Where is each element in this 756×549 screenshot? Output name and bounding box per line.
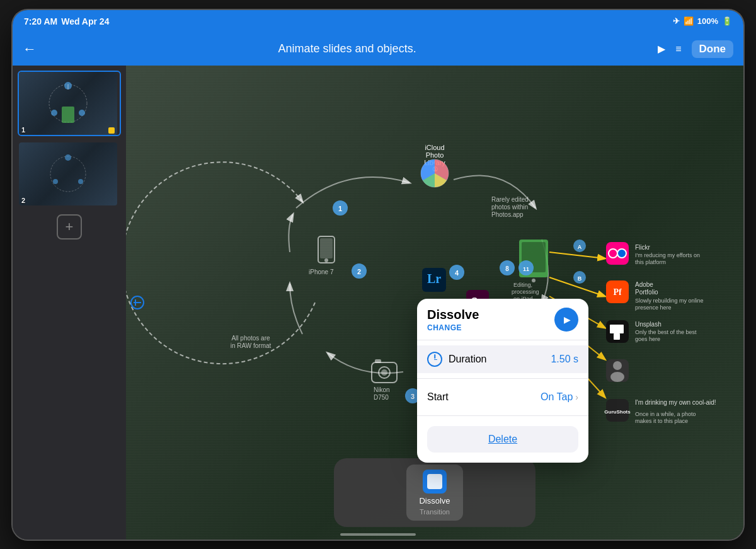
popover-start-label: Start — [427, 391, 449, 403]
svg-text:photos within: photos within — [491, 204, 528, 211]
toolbar-right: ▶ ≡ Done — [658, 40, 733, 58]
svg-point-2 — [79, 110, 85, 116]
slide-thumb-1[interactable]: 1 — [18, 71, 121, 136]
popover-delete-section: Delete — [417, 421, 588, 463]
done-button[interactable]: Done — [692, 40, 734, 58]
svg-rect-48 — [375, 359, 381, 363]
tray-dissolve-inner — [427, 474, 442, 489]
svg-text:11: 11 — [523, 266, 529, 272]
svg-point-6 — [50, 156, 86, 192]
svg-text:Pf: Pf — [613, 287, 622, 297]
svg-text:iPhone 7: iPhone 7 — [309, 269, 334, 275]
svg-rect-4 — [62, 107, 74, 123]
svg-point-47 — [381, 369, 387, 376]
popover-duration-value: 1.50 s — [551, 354, 578, 365]
transition-tray: Dissolve Transition — [334, 458, 536, 527]
airplane-icon: ✈ — [673, 16, 680, 26]
slide-panel: 1 2 + — [13, 66, 126, 540]
svg-rect-22 — [320, 238, 333, 258]
add-slide-button[interactable]: + — [57, 214, 82, 240]
svg-text:processing: processing — [512, 289, 539, 295]
date-display: Wed Apr 24 — [61, 16, 109, 26]
popover-duration-row[interactable]: Duration 1.50 s — [417, 345, 588, 373]
slide-number-2: 2 — [21, 197, 25, 204]
status-bar: 7:20 AM Wed Apr 24 ✈ 📶 100% 🔋 — [13, 10, 743, 33]
popover-divider-1 — [417, 340, 588, 340]
slide-image-1: 1 — [19, 72, 117, 135]
svg-text:Only the best of the best: Only the best of the best — [635, 329, 697, 335]
svg-text:8: 8 — [505, 265, 509, 272]
ipad-frame: 7:20 AM Wed Apr 24 ✈ 📶 100% 🔋 ← Animate … — [13, 10, 743, 540]
svg-text:Unsplash: Unsplash — [635, 321, 662, 328]
timer-icon — [427, 352, 442, 367]
svg-point-7 — [65, 154, 71, 161]
svg-rect-89 — [614, 333, 620, 340]
svg-point-8 — [78, 179, 83, 184]
popover-start-row[interactable]: Start On Tap › — [417, 384, 588, 410]
popover-play-button[interactable] — [554, 308, 578, 332]
svg-text:goes here: goes here — [635, 336, 660, 342]
slide-indicator-1 — [108, 127, 115, 134]
slide-image-2: 2 — [19, 142, 117, 205]
svg-text:2: 2 — [357, 268, 361, 275]
toolbar: ← Animate slides and objects. ▶ ≡ Done — [13, 33, 743, 66]
svg-point-9 — [53, 179, 58, 184]
svg-text:makes it to this place: makes it to this place — [635, 418, 688, 424]
popover-header: Dissolve CHANGE — [417, 299, 588, 335]
svg-text:All photos are: All photos are — [231, 335, 270, 342]
popover-duration-left: Duration — [427, 352, 486, 367]
popover-start-text: On Tap — [541, 391, 573, 403]
popover-divider-3 — [417, 415, 588, 416]
svg-text:GuruShots: GuruShots — [604, 409, 631, 415]
svg-text:Rarely edited: Rarely edited — [491, 196, 529, 203]
svg-point-95 — [610, 372, 624, 382]
svg-line-56 — [549, 252, 605, 258]
svg-point-3 — [51, 110, 57, 116]
svg-text:A: A — [578, 244, 582, 250]
slide-background: iCloud Photo Library ① 1 — [126, 66, 743, 540]
battery-display: 100% — [697, 16, 718, 26]
status-right: ✈ 📶 100% 🔋 — [673, 16, 732, 26]
popover-change-button[interactable]: CHANGE — [427, 323, 479, 332]
wifi-icon: 📶 — [684, 16, 694, 26]
toolbar-left: ← — [23, 41, 37, 57]
svg-point-76 — [609, 249, 617, 258]
toolbar-title: Animate slides and objects. — [278, 42, 416, 55]
popover-header-left: Dissolve CHANGE — [427, 308, 479, 332]
popover-divider-2 — [417, 378, 588, 379]
slide-canvas: iCloud Photo Library ① 1 — [126, 66, 743, 540]
tray-dissolve-icon — [423, 470, 447, 494]
svg-text:3: 3 — [411, 393, 415, 400]
svg-text:D750: D750 — [374, 394, 389, 401]
chevron-right-icon: › — [575, 392, 578, 402]
popover-duration-label: Duration — [449, 354, 486, 365]
tray-dissolve-item[interactable]: Dissolve Transition — [406, 465, 462, 521]
svg-text:Nikon: Nikon — [374, 386, 390, 393]
tray-label-dissolve: Dissolve — [419, 496, 450, 506]
slide-number-1: 1 — [21, 126, 25, 134]
svg-text:Lr: Lr — [427, 272, 441, 286]
svg-text:Adobe: Adobe — [635, 281, 653, 288]
list-button[interactable]: ≡ — [675, 43, 681, 55]
battery-icon: 🔋 — [722, 16, 732, 26]
back-button[interactable]: ← — [23, 41, 37, 57]
time-display: 7:20 AM — [24, 16, 57, 26]
svg-text:Once in a while, a photo: Once in a while, a photo — [635, 411, 696, 417]
bottom-bar: Dissolve Transition — [334, 458, 536, 527]
svg-text:1: 1 — [338, 205, 342, 212]
home-indicator — [340, 533, 416, 536]
svg-text:I'm drinking my own cool-aid!: I'm drinking my own cool-aid! — [635, 399, 716, 406]
svg-rect-88 — [610, 325, 624, 333]
svg-text:Editing,: Editing, — [513, 282, 532, 288]
popover-title: Dissolve — [427, 308, 479, 322]
delete-button[interactable]: Delete — [427, 426, 578, 453]
svg-text:B: B — [578, 275, 582, 282]
main-area: 1 2 + — [13, 66, 743, 540]
popover-start-value: On Tap › — [541, 391, 578, 403]
svg-point-94 — [613, 361, 622, 370]
svg-text:in RAW format: in RAW format — [231, 342, 272, 349]
svg-text:4: 4 — [455, 269, 459, 277]
play-button[interactable]: ▶ — [658, 43, 665, 55]
slide-thumb-2[interactable]: 2 — [18, 141, 121, 207]
svg-point-23 — [324, 258, 328, 262]
